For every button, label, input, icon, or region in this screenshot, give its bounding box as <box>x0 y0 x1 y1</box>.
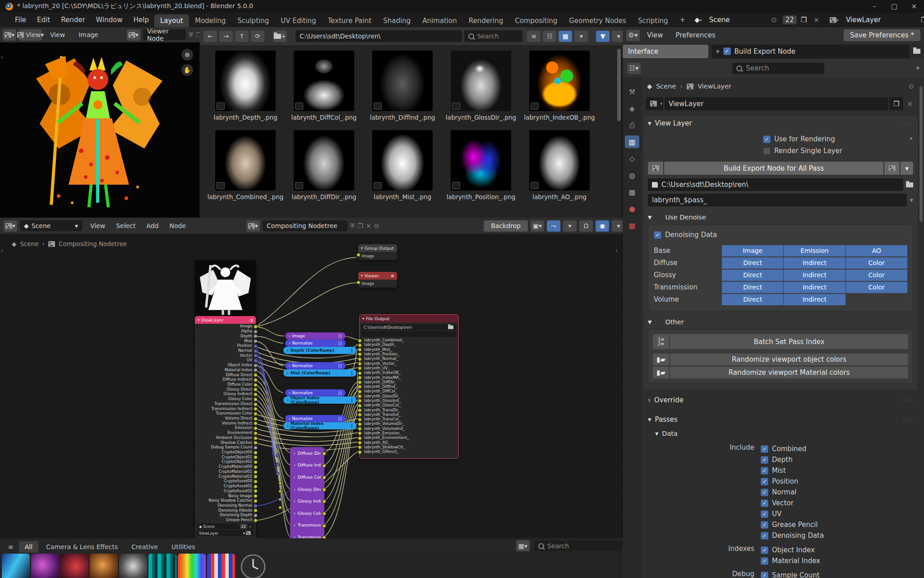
output-socket[interactable] <box>254 412 258 416</box>
file-item[interactable]: labrynth_DiffCol_.png <box>285 51 363 130</box>
pass-node-row[interactable]: ›Transmission Dir.. <box>290 519 324 531</box>
viewlayer-datablock-icon[interactable]: ▾ <box>646 97 663 110</box>
input-socket[interactable] <box>358 343 362 347</box>
workspace-tab[interactable]: Modeling <box>189 14 231 27</box>
folder-icon[interactable] <box>448 325 453 329</box>
override-panel-header[interactable]: ›Override:::: <box>648 396 913 404</box>
file-prefix-field[interactable]: labrynth_$pass_ <box>648 194 907 206</box>
reroute-node[interactable] <box>278 481 282 485</box>
output-socket[interactable] <box>254 485 258 489</box>
shelf-search-field[interactable]: Search <box>534 541 624 551</box>
editor-type-button[interactable]: ▾ <box>4 220 17 232</box>
pass-checkbox[interactable] <box>761 510 768 518</box>
pass-checkbox-row[interactable]: Grease Pencil <box>761 519 824 530</box>
randomize-material-colors-button[interactable]: Randomize viewport Material colors <box>670 367 908 378</box>
file-browser-scrollbar[interactable] <box>617 49 621 121</box>
viewlayer-copy-button[interactable]: ❐ <box>918 14 924 25</box>
workspace-tab[interactable]: Texture Paint <box>322 14 377 27</box>
editor-type-button[interactable]: ☷▾ <box>627 63 641 74</box>
file-thumbnail[interactable] <box>529 51 590 111</box>
output-socket[interactable] <box>254 513 258 517</box>
pass-toggle[interactable]: Color <box>846 270 907 281</box>
output-socket[interactable] <box>322 464 326 468</box>
tab-object-icon[interactable]: ▦ <box>625 186 639 198</box>
batch-set-pass-index-button[interactable]: Batch Set Pass Index <box>670 334 908 349</box>
workspace-tab[interactable]: Rendering <box>463 14 509 27</box>
view-layer-panel-header[interactable]: ▾View Layer:::: <box>648 119 913 127</box>
prefs-section-interface[interactable]: Interface <box>623 45 708 58</box>
asset-shelf-tab[interactable]: Utilities <box>166 541 201 553</box>
nodetree-name-field[interactable]: Compositing Nodetree <box>263 220 347 231</box>
texture-asset-thumbnail[interactable] <box>119 554 147 578</box>
properties-scrollbar[interactable] <box>919 86 923 222</box>
prefs-view-menu[interactable]: View <box>642 29 669 41</box>
pass-toggle[interactable]: Direct <box>722 257 783 269</box>
pass-checkbox[interactable] <box>761 489 768 496</box>
tab-material-icon[interactable]: ● <box>625 202 639 215</box>
back-button[interactable]: ← <box>203 31 217 42</box>
render-single-layer-row[interactable]: Render Single Layer <box>763 145 842 156</box>
viewlayer-selector[interactable]: ViewLayer <box>843 14 917 25</box>
input-socket[interactable] <box>358 413 362 417</box>
material-index-colorramp-node[interactable]: ›Material Index (ColorRamp)∣ <box>283 422 356 429</box>
pass-checkbox-row[interactable]: Combined <box>761 443 824 454</box>
pass-toggle[interactable]: Indirect <box>784 270 845 281</box>
workspace-tab[interactable]: Animation <box>416 14 462 27</box>
output-socket[interactable] <box>254 518 258 522</box>
output-socket[interactable] <box>254 344 258 348</box>
pass-checkbox-row[interactable]: Normal <box>761 487 824 498</box>
reroute-node[interactable] <box>278 506 282 509</box>
output-socket[interactable] <box>254 383 258 387</box>
pass-toggle[interactable]: Color <box>846 257 907 269</box>
asset-shelf-tab[interactable]: All <box>19 541 38 553</box>
input-socket[interactable] <box>358 394 362 398</box>
output-socket[interactable] <box>254 446 258 450</box>
tab-view-layer-icon[interactable]: ▥ <box>625 135 639 148</box>
output-socket[interactable] <box>322 512 326 516</box>
passes-panel-header[interactable]: ▾Passes:::: <box>648 415 913 424</box>
scene-datablock-icon[interactable]: ◆▾ <box>691 14 705 25</box>
input-socket[interactable] <box>358 390 362 394</box>
pass-node-row[interactable]: ›Diffuse Color <box>290 471 324 483</box>
output-socket[interactable] <box>254 364 258 368</box>
display-size-dropdown[interactable]: ▾ <box>574 31 588 42</box>
pass-node-row[interactable]: ›Glossy Direct <box>290 483 324 495</box>
pin-icon[interactable]: ⊙ <box>374 222 379 229</box>
file-thumbnail[interactable] <box>294 51 354 111</box>
viewlayer-datablock-icon[interactable]: ▾ <box>827 14 842 25</box>
display-horizontal-list-icon[interactable]: ☷ <box>543 31 556 42</box>
pass-toggle[interactable]: Indirect <box>784 282 845 293</box>
file-thumbnail[interactable] <box>294 130 354 191</box>
input-socket[interactable] <box>358 408 362 412</box>
output-socket[interactable] <box>254 325 258 329</box>
pass-toggle[interactable]: Direct <box>722 270 783 281</box>
pass-toggle[interactable]: Color <box>846 282 907 293</box>
path-field[interactable]: C:\Users\sdt\Desktop\ren\ <box>296 30 462 42</box>
file-item[interactable]: labrynth_Depth_.png <box>206 51 285 130</box>
pass-checkbox[interactable] <box>761 532 768 540</box>
file-item[interactable]: labrynth_DiffInd_.png <box>363 51 442 130</box>
output-socket[interactable] <box>254 499 258 503</box>
save-preferences-button[interactable]: Save Preferences * <box>844 29 920 41</box>
pass-toggle[interactable]: Image <box>722 245 783 256</box>
animate-property-dot[interactable]: • <box>909 135 913 143</box>
snapping-options-dropdown[interactable]: ▾ <box>563 220 577 232</box>
render-layers-node[interactable]: ▾ViewLayer ◑ Image Alpha De <box>195 260 256 538</box>
forward-button[interactable]: → <box>219 31 233 42</box>
menu-item[interactable]: Add <box>141 220 164 231</box>
scene-copy-button[interactable]: ❐ <box>798 14 810 25</box>
depth-colorramp-node[interactable]: ›Depth (ColorRamp)∣ <box>283 347 356 354</box>
texture-asset-thumbnail[interactable] <box>148 554 176 578</box>
input-socket[interactable] <box>358 362 362 366</box>
menu-item[interactable]: Help <box>128 14 154 26</box>
use-for-rendering-row[interactable]: Use for Rendering <box>763 134 835 144</box>
output-socket[interactable] <box>254 465 258 469</box>
pass-toggle[interactable]: Indirect <box>784 294 845 305</box>
group-output-node[interactable]: ▾Group Output Image <box>358 244 397 260</box>
input-socket[interactable] <box>358 357 362 361</box>
compositor-scene-selector[interactable]: ◆ Scene▾ <box>20 220 82 231</box>
compositor-canvas[interactable]: ◆Scene› Compositing Nodetree › ‹ <box>0 234 622 538</box>
tab-texture-icon[interactable]: ▩ <box>625 219 639 232</box>
fake-user-shield-icon[interactable]: ⛨ <box>350 222 355 230</box>
output-socket[interactable] <box>254 470 258 474</box>
